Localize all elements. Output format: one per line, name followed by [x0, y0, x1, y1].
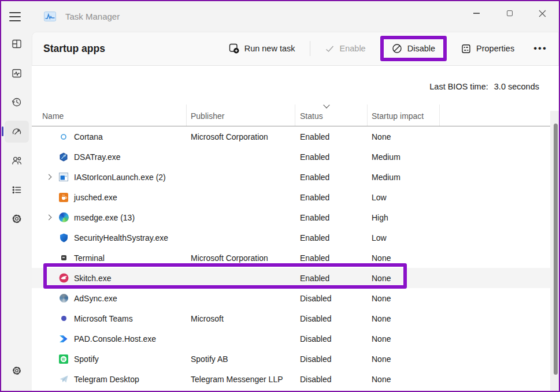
- table-row[interactable]: Telegram DesktopTelegram Messenger LLPDi…: [32, 369, 559, 389]
- more-options-button[interactable]: •••: [529, 39, 552, 58]
- maximize-icon: [507, 10, 513, 16]
- telegram-app-icon: [55, 375, 72, 383]
- sidebar-item-processes[interactable]: [5, 33, 29, 55]
- maximize-button[interactable]: [493, 1, 526, 25]
- task-manager-logo-icon: [44, 12, 56, 21]
- details-icon: [11, 184, 23, 196]
- table-row[interactable]: SpotifySpotify ABDisabledNone: [32, 349, 559, 369]
- app-startup-impact: Low: [367, 193, 448, 202]
- expand-chevron-right-icon[interactable]: [46, 174, 52, 180]
- app-publisher: Spotify AB: [191, 354, 295, 364]
- app-startup-impact: Medium: [367, 173, 448, 182]
- app-startup-impact: None: [367, 294, 448, 303]
- app-name: AdSync.exe: [72, 294, 191, 303]
- close-button[interactable]: [526, 1, 559, 25]
- app-status: Enabled: [295, 213, 367, 222]
- sidebar-item-app-history[interactable]: [5, 91, 29, 113]
- edge-app-icon: [55, 212, 72, 222]
- pad-app-icon: [55, 335, 72, 343]
- settings-gear-icon: [11, 365, 23, 376]
- minimize-button[interactable]: [460, 1, 493, 25]
- disable-prohibit-icon: [392, 43, 402, 54]
- column-header-publisher[interactable]: Publisher: [191, 111, 295, 126]
- column-separator: [295, 104, 295, 126]
- table-row[interactable]: jusched.exeEnabledLow: [32, 187, 559, 207]
- app-status: Enabled: [295, 274, 367, 283]
- run-new-task-button[interactable]: Run new task: [224, 40, 300, 57]
- column-separator: [186, 104, 187, 126]
- app-status: Disabled: [295, 354, 367, 364]
- app-name: Spotify: [72, 354, 191, 364]
- disable-button[interactable]: Disable: [387, 40, 440, 57]
- table-row[interactable]: CortanaMicrosoft CorporationEnabledNone: [32, 126, 559, 147]
- row-expander: [32, 175, 55, 179]
- table-row[interactable]: DSATray.exeEnabledMedium: [32, 147, 559, 167]
- toolbar: Startup apps Run new task Enable: [32, 32, 559, 65]
- disable-label: Disable: [407, 44, 435, 53]
- enable-button[interactable]: Enable: [320, 40, 370, 57]
- sidebar-item-users[interactable]: [5, 150, 29, 171]
- sidebar-item-performance[interactable]: [5, 62, 29, 84]
- startup-apps-icon: [11, 126, 23, 137]
- app-publisher: Microsoft Corporation: [191, 253, 295, 263]
- adsync-app-icon: [55, 294, 72, 303]
- skitch-app-icon: [55, 273, 72, 283]
- bios-time-label: Last BIOS time:: [429, 82, 488, 91]
- properties-label: Properties: [476, 44, 514, 53]
- app-startup-impact: Low: [367, 233, 448, 242]
- table-row[interactable]: AdSync.exeDisabledNone: [32, 288, 559, 308]
- titlebar: Task Manager: [1, 1, 559, 32]
- selected-accent-bar: [2, 126, 3, 136]
- table-row[interactable]: msedge.exe (13)EnabledHigh: [32, 207, 559, 227]
- task-manager-window: Task Manager: [0, 0, 560, 392]
- enable-label: Enable: [340, 44, 366, 53]
- window-title: Task Manager: [65, 12, 120, 21]
- sidebar-item-services[interactable]: [5, 208, 29, 230]
- dsatray-app-icon: [55, 152, 72, 162]
- main-panel: Startup apps Run new task Enable: [32, 32, 559, 392]
- properties-icon: [461, 44, 471, 54]
- sort-chevron-down-icon: [323, 102, 329, 108]
- table-row[interactable]: TerminalMicrosoft CorporationEnabledNone: [32, 248, 559, 268]
- table-row[interactable]: Microsoft TeamsMicrosoftDisabledNone: [32, 308, 559, 328]
- app-name: Cortana: [72, 132, 191, 141]
- column-header-status[interactable]: Status: [295, 111, 367, 126]
- minimize-icon: [473, 13, 480, 14]
- app-publisher: Microsoft: [191, 314, 295, 323]
- expand-chevron-right-icon[interactable]: [46, 215, 52, 221]
- table-row[interactable]: SecurityHealthSystray.exeEnabledLow: [32, 227, 559, 248]
- column-header-startup-impact[interactable]: Startup impact: [367, 111, 448, 126]
- menu-hamburger-icon[interactable]: [9, 8, 29, 25]
- sidebar-item-settings[interactable]: [5, 360, 29, 382]
- table-row[interactable]: Skitch.exeEnabledNone: [32, 268, 559, 288]
- sidebar-item-details[interactable]: [5, 179, 29, 201]
- teams-app-icon: [55, 316, 72, 321]
- run-new-task-label: Run new task: [244, 44, 295, 53]
- scrollbar-thumb[interactable]: [554, 124, 558, 375]
- disable-highlight-annotation: Disable: [380, 36, 447, 61]
- services-icon: [11, 213, 23, 225]
- app-status: Enabled: [295, 193, 367, 202]
- security-shield-app-icon: [55, 233, 72, 242]
- app-name: IAStorIconLaunch.exe (2): [72, 173, 191, 182]
- app-name: Terminal: [72, 253, 191, 263]
- properties-button[interactable]: Properties: [457, 40, 519, 57]
- table-header: Name Publisher Status Startup impact: [32, 99, 559, 126]
- toolbar-divider: [310, 41, 310, 56]
- table-row[interactable]: IAStorIconLaunch.exe (2)EnabledMedium: [32, 167, 559, 187]
- column-header-name[interactable]: Name: [32, 111, 191, 126]
- vertical-scrollbar[interactable]: [550, 111, 559, 392]
- startup-apps-content: Last BIOS time: 3.0 seconds Name Publish…: [32, 65, 559, 392]
- app-name: msedge.exe (13): [72, 213, 191, 222]
- page-title: Startup apps: [43, 43, 105, 55]
- iastor-app-icon: [55, 173, 72, 181]
- app-status: Enabled: [295, 173, 367, 182]
- spotify-app-icon: [55, 354, 72, 364]
- app-status: Enabled: [295, 152, 367, 162]
- table-row[interactable]: PAD.Console.Host.exeDisabledNone: [32, 328, 559, 349]
- app-name: DSATray.exe: [72, 152, 191, 162]
- sidebar-item-startup-apps[interactable]: [5, 121, 29, 143]
- app-startup-impact: None: [367, 314, 448, 323]
- app-startup-impact: None: [367, 132, 448, 141]
- app-status: Disabled: [295, 334, 367, 344]
